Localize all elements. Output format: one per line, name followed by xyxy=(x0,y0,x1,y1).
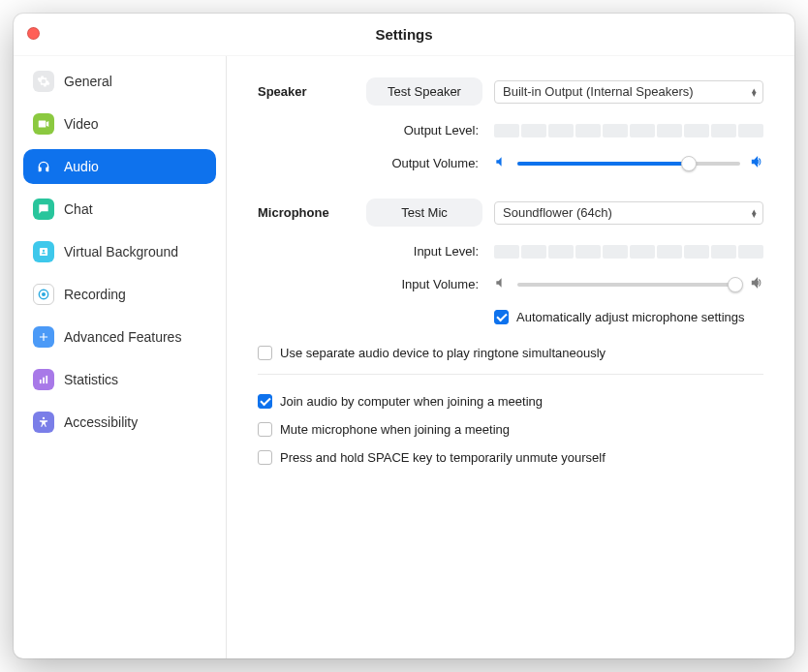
join-audio-label: Join audio by computer when joining a me… xyxy=(280,394,543,409)
gear-icon xyxy=(33,71,54,92)
settings-window: Settings General Video Audio xyxy=(14,14,794,658)
sidebar-item-statistics[interactable]: Statistics xyxy=(23,362,216,397)
sidebar: General Video Audio Chat xyxy=(14,56,227,658)
output-level-label: Output Level: xyxy=(366,123,482,137)
chevron-updown-icon: ▴▾ xyxy=(752,208,757,217)
titlebar: Settings xyxy=(14,14,794,56)
mute-on-join-label: Mute microphone when joining a meeting xyxy=(280,422,510,437)
sidebar-item-label: Recording xyxy=(64,287,126,302)
test-speaker-button[interactable]: Test Speaker xyxy=(366,77,482,106)
sidebar-item-label: Virtual Background xyxy=(64,244,178,260)
microphone-device-select[interactable]: Soundflower (64ch) ▴▾ xyxy=(494,201,763,225)
svg-rect-4 xyxy=(40,380,42,383)
speaker-low-icon xyxy=(494,155,508,171)
sidebar-item-advanced-features[interactable]: Advanced Features xyxy=(23,320,216,354)
mute-on-join-checkbox[interactable] xyxy=(258,422,272,437)
output-volume-label: Output Volume: xyxy=(366,156,482,170)
virtual-background-icon xyxy=(33,241,54,262)
svg-point-3 xyxy=(42,292,46,296)
microphone-section: Microphone Test Mic Soundflower (64ch) ▴… xyxy=(258,199,763,324)
output-volume-slider[interactable] xyxy=(517,162,740,166)
sidebar-item-video[interactable]: Video xyxy=(23,107,216,141)
sidebar-item-label: Advanced Features xyxy=(64,329,181,345)
speaker-heading: Speaker xyxy=(258,84,355,99)
sidebar-item-label: General xyxy=(64,74,112,89)
input-volume-label: Input Volume: xyxy=(366,277,482,291)
sidebar-item-label: Audio xyxy=(64,159,99,174)
chat-icon xyxy=(33,199,54,220)
join-audio-checkbox[interactable] xyxy=(258,394,272,409)
test-mic-button[interactable]: Test Mic xyxy=(366,199,482,227)
ringtone-device-label: Use separate audio device to play ringto… xyxy=(280,346,606,360)
sidebar-item-general[interactable]: General xyxy=(23,64,216,99)
sidebar-item-label: Video xyxy=(64,116,99,132)
sidebar-item-accessibility[interactable]: Accessibility xyxy=(23,405,216,440)
auto-adjust-mic-label: Automatically adjust microphone settings xyxy=(516,310,745,324)
recording-icon xyxy=(33,284,54,305)
content-pane: Speaker Test Speaker Built-in Output (In… xyxy=(227,56,794,658)
sidebar-item-virtual-background[interactable]: Virtual Background xyxy=(23,234,216,269)
sidebar-item-chat[interactable]: Chat xyxy=(23,192,216,227)
accessibility-icon xyxy=(33,412,54,433)
chevron-updown-icon: ▴▾ xyxy=(752,87,757,96)
microphone-device-value: Soundflower (64ch) xyxy=(503,205,612,220)
space-unmute-checkbox[interactable] xyxy=(258,450,272,465)
speaker-device-select[interactable]: Built-in Output (Internal Speakers) ▴▾ xyxy=(494,80,763,104)
sidebar-item-label: Accessibility xyxy=(64,414,138,430)
speaker-device-value: Built-in Output (Internal Speakers) xyxy=(503,84,694,99)
input-volume-slider[interactable] xyxy=(517,283,740,287)
headphones-icon xyxy=(33,156,54,177)
divider xyxy=(258,374,763,375)
speaker-high-icon xyxy=(750,276,763,292)
space-unmute-label: Press and hold SPACE key to temporarily … xyxy=(280,450,606,465)
svg-point-1 xyxy=(43,250,45,252)
close-window-button[interactable] xyxy=(27,27,40,40)
speaker-low-icon xyxy=(494,276,508,292)
microphone-heading: Microphone xyxy=(258,205,355,220)
output-level-meter xyxy=(494,124,763,137)
svg-rect-5 xyxy=(43,378,45,383)
plus-icon xyxy=(33,326,54,348)
window-title: Settings xyxy=(375,26,432,43)
svg-point-7 xyxy=(43,417,45,419)
input-level-label: Input Level: xyxy=(366,244,482,259)
sidebar-item-recording[interactable]: Recording xyxy=(23,277,216,312)
ringtone-device-checkbox[interactable] xyxy=(258,346,272,360)
sidebar-item-label: Chat xyxy=(64,201,93,217)
auto-adjust-mic-checkbox[interactable] xyxy=(494,310,509,324)
sidebar-item-label: Statistics xyxy=(64,372,118,387)
sidebar-item-audio[interactable]: Audio xyxy=(23,149,216,184)
video-icon xyxy=(33,113,54,135)
speaker-high-icon xyxy=(750,155,763,171)
svg-rect-6 xyxy=(46,376,47,383)
speaker-section: Speaker Test Speaker Built-in Output (In… xyxy=(258,77,763,171)
input-level-meter xyxy=(494,245,763,259)
chart-icon xyxy=(33,369,54,390)
